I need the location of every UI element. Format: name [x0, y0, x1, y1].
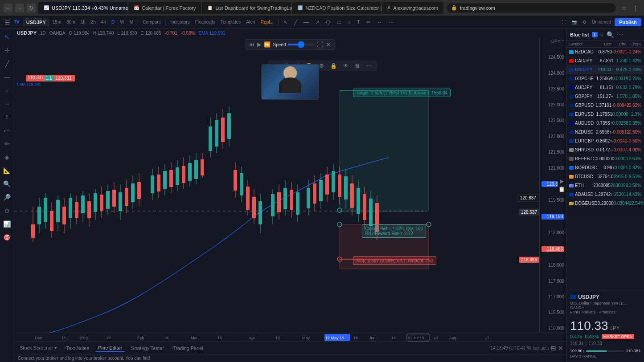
unnamed-button[interactable]: Unnamed: [590, 19, 613, 25]
text-notes-tab[interactable]: Text Notes: [63, 345, 92, 352]
replay-button[interactable]: Repl...: [259, 19, 275, 25]
browser-url-bar[interactable]: 🔒 tradingview.com: [446, 3, 616, 13]
sidebar-line-icon[interactable]: ╱: [1, 58, 13, 69]
replay-collapse-button[interactable]: ⛶: [317, 41, 323, 48]
tf-m-button[interactable]: M: [128, 19, 135, 25]
snapshot-button[interactable]: 📷: [570, 19, 579, 25]
symbol-selector[interactable]: USDJPY: [23, 18, 49, 26]
sidebar-zoom-in-icon[interactable]: 🔍: [1, 178, 13, 190]
watchlist-item-nordusd[interactable]: NORDUSD 0.99↑ 0.0081 0.82%: [566, 163, 644, 172]
data-panel-button[interactable]: 📋: [558, 186, 565, 192]
watchlist-toggle-button[interactable]: ▶: [558, 178, 565, 184]
stock-screener-tab[interactable]: Stock Screener ▾: [17, 344, 60, 352]
sidebar-forecast-icon[interactable]: 📐: [1, 165, 13, 176]
ellipse-tool[interactable]: ○: [345, 18, 353, 26]
watchlist-item-cadjpy[interactable]: CADJPY 87.861 1.230 1.42%: [566, 57, 644, 65]
replay-prev-button[interactable]: ⏮: [249, 41, 254, 48]
tf-4h-button[interactable]: 4h: [99, 19, 108, 25]
replay-play-button[interactable]: ▶: [257, 41, 261, 48]
annot-more-button[interactable]: ⋯: [364, 62, 374, 70]
browser-reload-button[interactable]: ↻: [27, 4, 36, 12]
sidebar-measure-icon[interactable]: ↔: [1, 98, 13, 110]
alert-button[interactable]: Alert: [244, 19, 257, 25]
browser-tab-alex[interactable]: A Alexswingtradescom: [382, 2, 443, 14]
sidebar-brush-icon[interactable]: ✏: [1, 138, 13, 150]
watchlist-item-gbpusd[interactable]: GBPUSD 1.37101 -0.00842 -0.62%: [566, 101, 644, 110]
fib-tool[interactable]: ⟨⟩: [324, 18, 332, 26]
annot-delete-button[interactable]: 🗑: [353, 62, 362, 70]
browser-tab-calc[interactable]: 🔢 NZDCAD Position Size Calculator | Myfx…: [292, 2, 381, 14]
line-tool[interactable]: ╱: [292, 18, 299, 26]
panel-close-button[interactable]: ✕: [558, 345, 563, 352]
browser-tab-list[interactable]: 📋 List Dashboard for SwingTradingLab | M…: [202, 2, 291, 14]
publish-button[interactable]: Publish: [615, 18, 641, 26]
browser-more-button[interactable]: ⋮: [631, 3, 640, 13]
chart-canvas[interactable]: ⏮ ▶ ⏩ Speed ⛶ ✕: [14, 37, 566, 333]
sidebar-indicator-icon[interactable]: 📊: [1, 218, 13, 230]
watchlist-item-audusd[interactable]: AUDUSD 0.7355↑ 0.00258 0.35%: [566, 119, 644, 128]
sidebar-text-icon[interactable]: T: [1, 111, 13, 123]
trading-panel-tab[interactable]: Trading Panel: [170, 345, 206, 352]
watchlist-add-button[interactable]: +: [600, 31, 604, 38]
watchlist-item-audjpy[interactable]: AUDJPY 81.151 0.633 0.79%: [566, 83, 644, 92]
sidebar-strategy-icon[interactable]: 🎯: [1, 232, 13, 243]
sidebar-hline-icon[interactable]: —: [1, 71, 13, 83]
browser-back-button[interactable]: ←: [4, 4, 12, 12]
watchlist-item-eurusd[interactable]: EURUSD 1.17951 0.00000 2.3%: [566, 110, 644, 119]
brush-tool[interactable]: ✏: [364, 18, 373, 26]
compare-button[interactable]: Compare: [141, 19, 163, 25]
watchlist-more-button[interactable]: ⋯: [617, 31, 623, 38]
tf-30m-button[interactable]: 30m: [65, 19, 77, 25]
templates-button[interactable]: Templates: [219, 19, 243, 25]
indicators-button[interactable]: Indicators: [168, 19, 191, 25]
watchlist-item-btcusd[interactable]: BTCUSD 32764.0 2915.0 9.51%: [566, 172, 644, 181]
speed-slider[interactable]: [287, 44, 314, 45]
arrow-tool[interactable]: ↔: [375, 18, 385, 26]
watchlist-item-usdjpy[interactable]: USDJPY 110.33↑ 0.475 0.43%: [566, 65, 644, 74]
hline-tool[interactable]: —: [301, 18, 311, 26]
tf-d-button[interactable]: D: [110, 19, 116, 25]
watchlist-item-adausd[interactable]: ADAUSD 1.29742↑ 15301 14.43%: [566, 190, 644, 199]
ray-tool[interactable]: ↗: [313, 18, 322, 26]
sidebar-fib-icon[interactable]: ⟋: [1, 85, 13, 96]
watchlist-item-nzdusd[interactable]: NZDUSD 0.6968↑ -0.00512 -0.50%: [566, 128, 644, 137]
browser-forward-button[interactable]: →: [15, 4, 24, 12]
watchlist-search-button[interactable]: 🔍: [607, 31, 614, 38]
tf-2h-button[interactable]: 2h: [89, 19, 98, 25]
text-tool[interactable]: T: [355, 18, 362, 26]
watchlist-item-gbpjpy[interactable]: GBPJPY 151.27+ 1.570 1.05%: [566, 92, 644, 101]
annot-hide-button[interactable]: 👁: [341, 62, 351, 70]
more-tools-button[interactable]: ⋯: [386, 18, 396, 26]
browser-tab-forex[interactable]: 📅 Calendar | Forex Factory: [128, 2, 201, 14]
sidebar-crosshair-icon[interactable]: ✛: [1, 45, 13, 56]
sidebar-patterns-icon[interactable]: ◈: [1, 151, 13, 163]
cursor-tool[interactable]: ↖: [281, 18, 290, 26]
financials-button[interactable]: Financials: [193, 19, 217, 25]
sidebar-cursor-icon[interactable]: ↖: [1, 31, 13, 43]
annot-lock-button[interactable]: 🔒: [328, 62, 339, 70]
tf-w-button[interactable]: W: [118, 19, 126, 25]
panel-resize-button[interactable]: ⊟: [551, 345, 556, 352]
watchlist-item-gbpchf[interactable]: GBPCHF 1.25864 0.00319 0.25%: [566, 74, 644, 83]
watchlist-item-reefbtc[interactable]: REEFBTC 0.000000 0.0000 2.63%: [566, 155, 644, 163]
replay-close-button[interactable]: ✕: [326, 41, 331, 48]
watchlist-item-nzdcad[interactable]: NZDCAD 0.8750 -0.0021 -0.24%: [566, 48, 644, 57]
rect-tool[interactable]: ▭: [334, 18, 344, 26]
sidebar-shapes-icon[interactable]: ▭: [1, 125, 13, 136]
menu-button[interactable]: ☰: [3, 18, 12, 27]
tf-1h-button[interactable]: 1h: [79, 19, 87, 25]
watchlist-item-shrusd[interactable]: SHRUSD 0.0172↓ -0.0007 -4.00%: [566, 146, 644, 155]
watchlist-item-dogeusd[interactable]: DOGEUSD 0.29000 0.03644 22.54%: [566, 199, 644, 208]
watchlist-item-eurgbp[interactable]: EURGBP 0.8602↑ -0.0042 -0.50%: [566, 137, 644, 146]
browser-bookmark-button[interactable]: ☆: [619, 3, 629, 13]
watchlist-type-badge[interactable]: 1: [592, 32, 598, 37]
pine-editor-tab[interactable]: Pine Editor: [95, 344, 125, 352]
strategy-tester-tab[interactable]: Strategy Tester: [128, 345, 167, 352]
replay-fast-forward-button[interactable]: ⏩: [264, 41, 271, 48]
fullscreen-button[interactable]: ⛶: [560, 19, 568, 25]
browser-tab-tradingview[interactable]: 📈 USDJPY 110.334 +0.43% Unnamed ✕: [38, 2, 127, 14]
sidebar-magnet-icon[interactable]: ⊙: [1, 205, 13, 216]
sidebar-zoom-out-icon[interactable]: 🔎: [1, 191, 13, 203]
watchlist-item-eth[interactable]: ETH 2368085 2830891 13.58%: [566, 181, 644, 190]
tf-15m-button[interactable]: 15m: [51, 19, 63, 25]
